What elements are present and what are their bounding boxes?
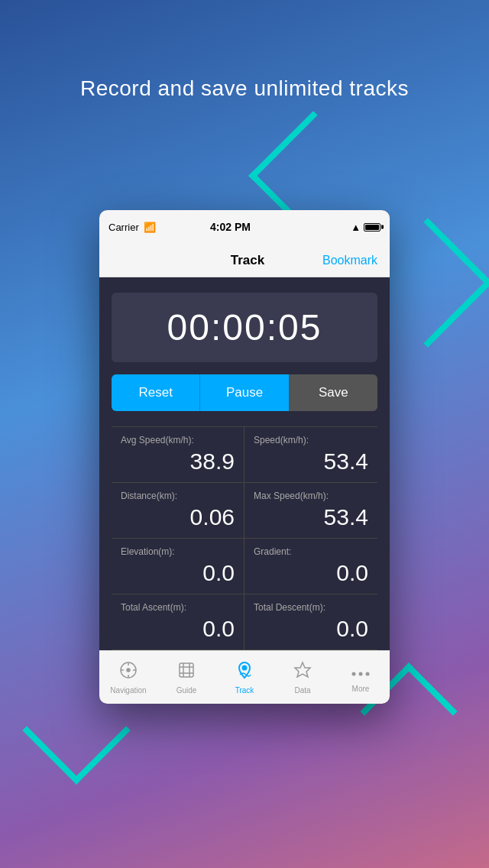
- tab-bar: Navigation Guide Track Data More: [99, 650, 390, 704]
- stat-cell: Gradient: 0.0: [244, 539, 377, 594]
- tab-track[interactable]: Track: [215, 651, 274, 704]
- navigation-icon: [119, 661, 138, 684]
- stat-label: Avg Speed(km/h):: [121, 435, 235, 445]
- navigation-label: Navigation: [110, 686, 146, 695]
- stat-cell: Total Ascent(m): 0.0: [112, 594, 244, 650]
- svg-point-15: [366, 672, 370, 675]
- stat-value: 0.0: [121, 616, 235, 642]
- svg-marker-12: [295, 662, 310, 677]
- stat-value: 53.4: [254, 449, 368, 474]
- stat-cell: Speed(km/h): 53.4: [244, 427, 377, 483]
- data-icon: [293, 661, 312, 684]
- signal-icon: ▲: [351, 222, 361, 233]
- svg-rect-6: [180, 663, 193, 677]
- status-right: ▲: [351, 222, 381, 233]
- svg-point-5: [127, 669, 130, 672]
- more-label: More: [352, 685, 370, 693]
- save-button[interactable]: Save: [290, 374, 377, 411]
- stat-label: Speed(km/h):: [254, 435, 368, 445]
- pause-button[interactable]: Pause: [200, 374, 289, 411]
- stat-cell: Distance(km): 0.06: [112, 483, 244, 539]
- stat-label: Total Ascent(m):: [121, 602, 235, 613]
- timer-value: 00:00:05: [112, 306, 377, 348]
- phone-mockup: Carrier 📶 4:02 PM ▲ Track Bookmark 00:00…: [99, 210, 390, 704]
- guide-label: Guide: [176, 686, 197, 695]
- svg-point-13: [352, 672, 356, 675]
- nav-title: Track: [231, 253, 264, 268]
- nav-bar: Track Bookmark: [99, 244, 390, 277]
- action-buttons: Reset Pause Save: [112, 374, 377, 411]
- stat-cell: Max Speed(km/h): 53.4: [244, 483, 377, 539]
- stat-label: Gradient:: [254, 546, 368, 557]
- status-bar: Carrier 📶 4:02 PM ▲: [99, 210, 390, 244]
- stat-label: Elevation(m):: [121, 546, 235, 557]
- battery-icon: [364, 223, 381, 232]
- stat-value: 38.9: [121, 449, 235, 474]
- status-time: 4:02 PM: [110, 221, 351, 233]
- stat-label: Total Descent(m):: [254, 602, 368, 613]
- more-icon: [351, 662, 370, 682]
- tab-navigation[interactable]: Navigation: [99, 651, 157, 704]
- reset-button[interactable]: Reset: [112, 374, 200, 411]
- tab-more[interactable]: More: [332, 651, 390, 704]
- tab-data[interactable]: Data: [274, 651, 332, 704]
- stats-grid: Avg Speed(km/h): 38.9 Speed(km/h): 53.4 …: [112, 426, 377, 650]
- stat-cell: Avg Speed(km/h): 38.9: [112, 427, 244, 483]
- bookmark-button[interactable]: Bookmark: [322, 254, 377, 267]
- tab-guide[interactable]: Guide: [157, 651, 215, 704]
- track-icon: [235, 661, 254, 684]
- stat-label: Max Speed(km/h):: [254, 491, 368, 501]
- page-background-title: Record and save unlimited tracks: [0, 76, 489, 101]
- stat-value: 0.0: [254, 560, 368, 586]
- stat-value: 53.4: [254, 504, 368, 530]
- svg-point-14: [359, 672, 363, 675]
- stat-value: 0.06: [121, 504, 235, 530]
- stat-cell: Elevation(m): 0.0: [112, 539, 244, 594]
- track-label: Track: [235, 686, 254, 695]
- stat-label: Distance(km):: [121, 491, 235, 501]
- svg-point-11: [243, 666, 247, 669]
- data-label: Data: [294, 686, 310, 695]
- timer-display: 00:00:05: [112, 293, 377, 362]
- stat-cell: Total Descent(m): 0.0: [244, 594, 377, 650]
- stat-value: 0.0: [254, 616, 368, 642]
- main-content: 00:00:05 Reset Pause Save Avg Speed(km/h…: [99, 277, 390, 650]
- stat-value: 0.0: [121, 560, 235, 586]
- guide-icon: [177, 661, 196, 684]
